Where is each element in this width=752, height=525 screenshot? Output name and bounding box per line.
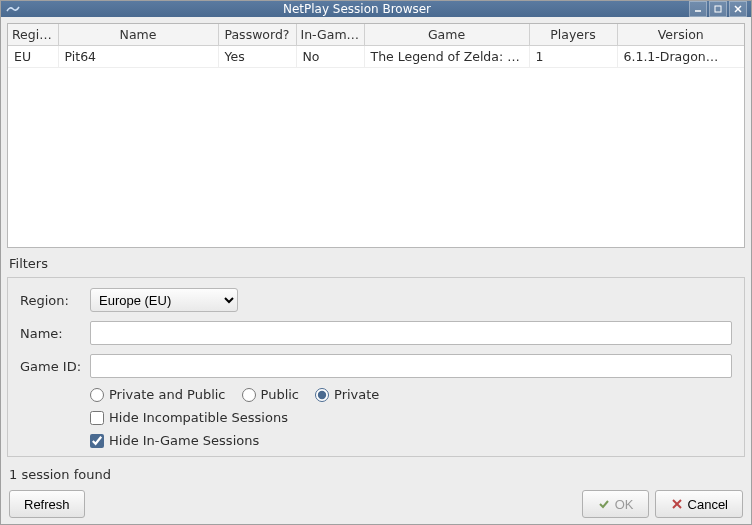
col-header-ingame[interactable]: In-Game? [296,24,364,46]
cell-ingame: No [296,46,364,68]
cell-players: 1 [529,46,617,68]
col-header-players[interactable]: Players [529,24,617,46]
session-table[interactable]: Region Name Password? In-Game? Game Play… [8,24,744,68]
region-select[interactable]: Europe (EU) [90,288,238,312]
col-header-name[interactable]: Name [58,24,218,46]
cancel-icon [670,497,684,511]
cell-version: 6.1.1-Dragon… [617,46,744,68]
gameid-label: Game ID: [20,359,90,374]
radio-private-public-input[interactable] [90,388,104,402]
ok-button[interactable]: OK [582,490,649,518]
maximize-button[interactable] [709,1,727,17]
radio-private-input[interactable] [315,388,329,402]
name-input[interactable] [90,321,732,345]
minimize-button[interactable] [689,1,707,17]
cancel-button-label: Cancel [688,497,728,512]
radio-private-public[interactable]: Private and Public [90,387,226,402]
radio-private-public-label: Private and Public [109,387,226,402]
hide-ingame-label: Hide In-Game Sessions [109,433,259,448]
window-controls [689,1,747,17]
radio-public-input[interactable] [242,388,256,402]
status-text: 1 session found [7,463,745,484]
radio-public-label: Public [261,387,299,402]
filters-panel: Region: Europe (EU) Name: Game ID: Priv [7,277,745,457]
hide-ingame-checkbox[interactable]: Hide In-Game Sessions [90,433,259,448]
hide-ingame-row: Hide In-Game Sessions [90,433,732,448]
cell-game: The Legend of Zelda: Fo… [364,46,529,68]
close-button[interactable] [729,1,747,17]
ok-icon [597,497,611,511]
svg-rect-1 [715,6,721,12]
cell-name: Pit64 [58,46,218,68]
radio-private[interactable]: Private [315,387,379,402]
cell-password: Yes [218,46,296,68]
col-header-version[interactable]: Version [617,24,744,46]
col-header-password[interactable]: Password? [218,24,296,46]
visibility-radio-group: Private and Public Public Private [90,387,732,402]
button-bar: Refresh OK Cancel [7,490,745,520]
ok-button-label: OK [615,497,634,512]
filters-section-label: Filters [7,254,745,271]
radio-private-label: Private [334,387,379,402]
app-icon [5,1,21,17]
content-area: Region Name Password? In-Game? Game Play… [1,17,751,525]
session-table-container: Region Name Password? In-Game? Game Play… [7,23,745,248]
gameid-row: Game ID: [20,354,732,378]
col-header-game[interactable]: Game [364,24,529,46]
hide-incompatible-input[interactable] [90,411,104,425]
gameid-input[interactable] [90,354,732,378]
name-row: Name: [20,321,732,345]
refresh-button[interactable]: Refresh [9,490,85,518]
cancel-button[interactable]: Cancel [655,490,743,518]
titlebar: NetPlay Session Browser [1,1,751,17]
radio-public[interactable]: Public [242,387,299,402]
col-header-region[interactable]: Region [8,24,58,46]
hide-incompatible-row: Hide Incompatible Sessions [90,410,732,425]
hide-ingame-input[interactable] [90,434,104,448]
region-row: Region: Europe (EU) [20,288,732,312]
region-label: Region: [20,293,90,308]
refresh-button-label: Refresh [24,497,70,512]
table-header-row: Region Name Password? In-Game? Game Play… [8,24,744,46]
hide-incompatible-checkbox[interactable]: Hide Incompatible Sessions [90,410,288,425]
cell-region: EU [8,46,58,68]
table-row[interactable]: EU Pit64 Yes No The Legend of Zelda: Fo…… [8,46,744,68]
hide-incompatible-label: Hide Incompatible Sessions [109,410,288,425]
name-label: Name: [20,326,90,341]
window-title: NetPlay Session Browser [25,2,689,16]
window: NetPlay Session Browser Region Name Pass… [0,0,752,525]
